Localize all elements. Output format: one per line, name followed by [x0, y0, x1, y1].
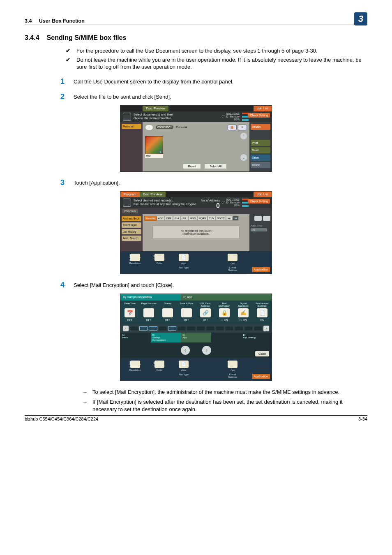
scroll-up-icon[interactable]: ⌃	[240, 133, 247, 139]
tab-job-list[interactable]: Job List	[254, 192, 272, 197]
thumbnail-icon	[145, 136, 163, 154]
instruction-text: Select desired destination(s). Fax can b…	[134, 199, 197, 206]
digital-signature-icon[interactable]: ✍	[238, 308, 249, 317]
instruction-text: Select document(s) and then choose the d…	[134, 113, 173, 120]
nav-right-icon[interactable]: ›	[202, 346, 211, 355]
section-title: User Box Function	[39, 18, 85, 24]
file-type-icon[interactable]: 📄	[179, 254, 189, 261]
color-icon[interactable]: Existing Color Sett.	[154, 361, 164, 368]
tab-direct-input[interactable]: Direct Input	[122, 222, 141, 228]
resolution-icon[interactable]: S. W28 Fax: Mem Saving	[130, 254, 140, 261]
intro-item: For the procedure to call the Use Docume…	[76, 47, 318, 55]
index-favorite[interactable]: Favorite	[144, 216, 157, 221]
status-datetime: 01/11/2012 07:46 Memory 99%	[222, 198, 240, 207]
application-button[interactable]: Application	[252, 374, 270, 379]
check-setting-button[interactable]: Check Setting	[248, 199, 270, 204]
index-key[interactable]: PQRS	[197, 216, 208, 221]
step-number: 4	[55, 281, 65, 289]
index-key[interactable]: ABC	[157, 216, 165, 221]
user-box-tab[interactable]: Personal	[122, 124, 141, 129]
delete-button[interactable]: Delete	[251, 162, 270, 168]
index-strip: Favorite ABC DEF GHI JKL MNO PQRS TUV WX…	[144, 216, 248, 221]
index-all[interactable]: All	[233, 216, 239, 221]
tab-doc-preview[interactable]: Doc. Preview	[143, 106, 168, 111]
file-name: test	[145, 154, 163, 158]
file-thumbnail[interactable]: test	[145, 136, 163, 158]
view-grid-icon[interactable]: ▦	[228, 125, 237, 130]
cat-app[interactable]: C) App	[181, 333, 211, 342]
document-icon	[123, 113, 131, 121]
page-number-icon[interactable]: #	[143, 308, 154, 317]
application-button[interactable]: Application	[252, 267, 270, 272]
reset-button[interactable]: Reset	[183, 164, 201, 169]
check-icon: ✔	[66, 56, 71, 71]
resolution-icon[interactable]: S. W28 Fax: Mem Saving	[130, 361, 140, 368]
tab-address-book[interactable]: Address Book	[122, 216, 141, 221]
color-icon[interactable]: Existing Color Sett.	[154, 254, 164, 261]
chapter-badge: 3	[354, 12, 367, 25]
addr-type-value[interactable]: All	[251, 228, 267, 231]
arrow-icon: →	[82, 398, 88, 413]
index-key[interactable]: MNO	[188, 216, 197, 221]
details-button[interactable]: Details	[251, 124, 270, 130]
file-type-icon[interactable]: 📄	[179, 361, 189, 368]
index-key[interactable]: etc	[226, 216, 233, 221]
date-time-icon[interactable]: 📅	[125, 308, 135, 317]
save-print-icon[interactable]: 🖨	[181, 308, 192, 317]
heading-title: Sending S/MIME box files	[47, 34, 127, 42]
intro-list: ✔ For the procedure to call the Use Docu…	[66, 47, 367, 71]
url-dest-icon[interactable]: 🔗	[200, 308, 211, 317]
address-count-value: 0	[216, 202, 220, 209]
tab-program[interactable]: Program	[120, 192, 140, 197]
step-number: 2	[55, 92, 65, 101]
index-key[interactable]: TUV	[208, 216, 216, 221]
other-button[interactable]: Other	[251, 155, 270, 161]
print-button[interactable]: Print	[251, 140, 270, 146]
check-setting-button[interactable]: Check Setting	[248, 113, 270, 118]
footer-right: 3-34	[358, 416, 367, 421]
tab-job-list[interactable]: Job List	[254, 106, 272, 111]
scroll-down-icon[interactable]: ⌄	[240, 154, 247, 161]
previous-button[interactable]: Previous	[122, 209, 138, 213]
mail-encryption-icon[interactable]: 🔒	[219, 308, 230, 317]
tab-addr-search[interactable]: Addr. Search	[122, 236, 141, 241]
section-number: 3.4	[25, 18, 32, 24]
email-settings-icon[interactable]: ✉	[228, 361, 238, 368]
document-icon	[123, 199, 131, 207]
panel-header-c: C) App	[181, 294, 272, 301]
select-all-button[interactable]: Select All	[204, 164, 227, 169]
view-list-icon[interactable]: ≡	[238, 125, 247, 130]
screenshot-application: B) Stamp/Composition C) App Date/Time📅OF…	[120, 294, 272, 381]
email-settings-icon[interactable]: ✉	[228, 254, 238, 261]
close-button[interactable]: Close	[255, 351, 269, 356]
step-number: 1	[55, 77, 65, 86]
fax-header-icon[interactable]: 📄	[257, 308, 267, 317]
check-icon: ✔	[66, 47, 71, 55]
view-list-icon[interactable]	[263, 216, 270, 221]
view-grid-icon[interactable]	[254, 216, 262, 221]
intro-item: Do not leave the machine while you are i…	[76, 56, 367, 71]
index-key[interactable]: DEF	[165, 216, 173, 221]
cat-basic[interactable]: A) Basic	[120, 333, 151, 342]
filmstrip-prev-icon[interactable]: ‹	[123, 326, 129, 331]
step-number: 3	[55, 178, 65, 187]
stamp-icon[interactable]: ✴	[162, 308, 173, 317]
index-key[interactable]: GHI	[173, 216, 181, 221]
option-row: S. W28 Fax: Mem SavingResolution Existin…	[120, 358, 272, 381]
tab-job-history[interactable]: Job History	[122, 229, 141, 234]
category-row: A) Basic B) Stamp/ Composition C) App E)…	[120, 333, 272, 342]
note-text: If [Mail Encryption] is selected after t…	[92, 398, 367, 413]
index-key[interactable]: WXYZ	[216, 216, 226, 221]
up-arrow-icon[interactable]: ↑	[145, 125, 153, 130]
nav-left-icon[interactable]: ‹	[181, 346, 190, 355]
index-key[interactable]: JKL	[181, 216, 188, 221]
cat-stamp-composition[interactable]: B) Stamp/ Composition	[151, 333, 181, 342]
breadcrumb-name: Personal	[176, 126, 187, 129]
additional-notes: → To select [Mail Encryption], the admin…	[82, 388, 367, 414]
tab-doc-preview[interactable]: Doc. Preview	[140, 192, 166, 197]
screenshot-send-destination: Program Doc. Preview Job List Select des…	[120, 191, 272, 274]
footer-left: bizhub C554/C454/C364/C284/C224	[25, 416, 98, 421]
filmstrip-next-icon[interactable]: ›	[263, 326, 269, 331]
cat-fax-setting[interactable]: E) Fax Setting	[241, 333, 272, 342]
send-button[interactable]: Send	[251, 147, 270, 153]
